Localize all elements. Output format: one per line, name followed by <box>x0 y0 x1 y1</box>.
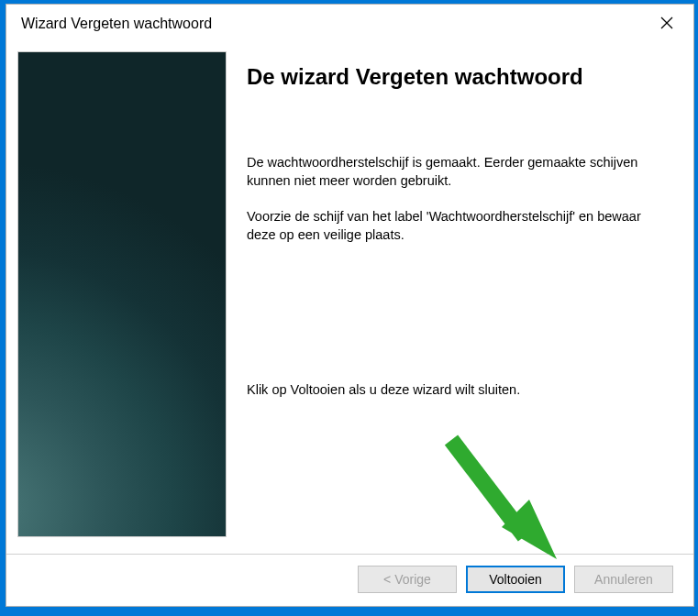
cancel-button: Annuleren <box>574 566 673 593</box>
titlebar: Wizard Vergeten wachtwoord <box>6 5 693 43</box>
close-icon[interactable] <box>653 12 681 36</box>
back-button: < Vorige <box>358 566 457 593</box>
finish-button[interactable]: Voltooien <box>466 566 565 593</box>
window-title: Wizard Vergeten wachtwoord <box>21 16 212 32</box>
content-area: De wizard Vergeten wachtwoord De wachtwo… <box>6 43 693 554</box>
wizard-heading: De wizard Vergeten wachtwoord <box>247 64 671 90</box>
wizard-close-hint: Klik op Voltooien als u deze wizard wilt… <box>247 381 671 400</box>
wizard-paragraph-1: De wachtwoordherstelschijf is gemaakt. E… <box>247 154 671 190</box>
wizard-window: Wizard Vergeten wachtwoord De wizard Ver… <box>6 4 694 607</box>
wizard-sidebar-graphic <box>17 51 227 537</box>
main-content: De wizard Vergeten wachtwoord De wachtwo… <box>227 44 693 554</box>
button-bar: < Vorige Voltooien Annuleren <box>6 554 693 606</box>
wizard-paragraph-2: Voorzie de schijf van het label 'Wachtwo… <box>247 208 671 244</box>
